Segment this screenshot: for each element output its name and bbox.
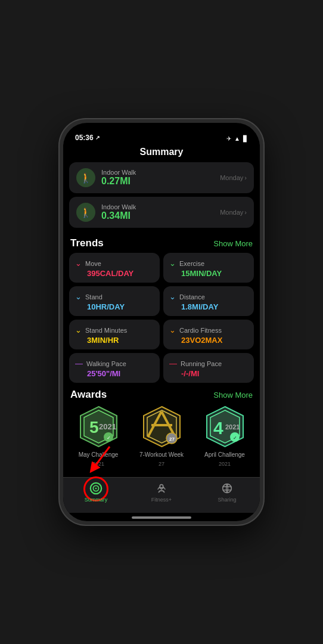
battery-icon: ▊ — [243, 135, 248, 142]
trend-cardio[interactable]: ⌄ Cardio Fitness 23VO2MAX — [163, 320, 254, 349]
svg-line-19 — [93, 447, 110, 469]
svg-point-23 — [160, 485, 163, 488]
trend-run-pace-label: Running Pace — [181, 360, 222, 367]
trend-distance-value: 1.8MI/DAY — [181, 302, 248, 311]
award-may-badge: 5 2021 ✓ — [76, 404, 121, 449]
location-icon: ↗ — [95, 135, 100, 141]
chevron-right-icon-1: › — [244, 174, 247, 181]
trend-distance-label: Distance — [179, 293, 205, 301]
svg-point-22 — [95, 488, 97, 490]
trend-exercise-label: Exercise — [179, 260, 204, 267]
tab-fitness-label: Fitness+ — [151, 497, 172, 503]
activity-day-2: Monday › — [220, 209, 247, 216]
svg-text:27: 27 — [169, 436, 175, 442]
phone-frame: 05:36 ↗ ✈ ▲ ▊ Summary 🚶 Indoor Walk 0.27… — [60, 119, 263, 525]
notch — [126, 123, 197, 137]
trend-run-pace[interactable]: — Running Pace -/-/MI — [163, 353, 254, 383]
activity-card-1[interactable]: 🚶 Indoor Walk 0.27MI Monday › — [69, 162, 254, 193]
main-content: Summary 🚶 Indoor Walk 0.27MI Monday › — [63, 144, 260, 477]
phone-screen: 05:36 ↗ ✈ ▲ ▊ Summary 🚶 Indoor Walk 0.27… — [63, 123, 260, 521]
svg-text:2021: 2021 — [99, 422, 116, 431]
trend-stand-min[interactable]: ⌄ Stand Minutes 3MIN/HR — [69, 320, 160, 349]
tab-sharing[interactable]: Sharing — [194, 481, 260, 503]
trend-stand-min-label: Stand Minutes — [85, 327, 127, 334]
trend-stand-icon: ⌄ — [75, 292, 82, 301]
award-april[interactable]: 4 2021 ✓ April Challenge 2021 — [200, 404, 250, 467]
walk-icon-2: 🚶 — [76, 203, 95, 222]
trend-cardio-label: Cardio Fitness — [179, 327, 222, 334]
trend-move[interactable]: ⌄ Move 395CAL/DAY — [69, 253, 160, 283]
award-workout[interactable]: 27 7-Workout Week 27 — [136, 404, 187, 467]
page-title: Summary — [63, 144, 260, 162]
trend-walk-pace[interactable]: — Walking Pace 25'50"/MI — [69, 353, 160, 383]
trends-header: Trends Show More — [63, 231, 260, 253]
chevron-right-icon-2: › — [244, 209, 247, 216]
activity-card-2[interactable]: 🚶 Indoor Walk 0.34MI Monday › — [69, 197, 254, 228]
trends-title: Trends — [70, 237, 104, 249]
activity-info-1: Indoor Walk 0.27MI — [101, 169, 136, 187]
trend-exercise-icon: ⌄ — [169, 259, 176, 268]
trend-cardio-icon: ⌄ — [169, 326, 176, 335]
trend-stand-min-value: 3MIN/HR — [87, 336, 154, 345]
activity-label-1: Indoor Walk — [101, 169, 136, 176]
walk-icon-1: 🚶 — [76, 168, 95, 187]
trend-distance-icon: ⌄ — [169, 292, 176, 301]
activity-info-2: Indoor Walk 0.34MI — [101, 203, 136, 221]
wifi-icon: ▲ — [234, 135, 240, 142]
award-april-badge: 4 2021 ✓ — [203, 404, 247, 449]
awards-header: Awards Show More — [63, 383, 260, 404]
time-display: 05:36 — [75, 134, 94, 142]
svg-text:✓: ✓ — [107, 435, 111, 441]
airplane-icon: ✈ — [226, 135, 231, 142]
awards-show-more[interactable]: Show More — [213, 391, 253, 400]
trends-show-more[interactable]: Show More — [213, 239, 253, 248]
tab-bar: Summary Fitness+ — [63, 477, 260, 513]
status-time: 05:36 ↗ — [75, 134, 100, 142]
trend-move-icon: ⌄ — [75, 259, 82, 268]
award-workout-name: 7-Workout Week — [139, 451, 184, 459]
svg-text:5: 5 — [89, 418, 99, 436]
trend-stand-value: 10HR/DAY — [87, 302, 154, 311]
tab-summary-label: Summary — [85, 497, 108, 503]
trend-run-pace-icon: — — [169, 359, 177, 368]
trends-grid: ⌄ Move 395CAL/DAY ⌄ Exercise 15MIN/DAY ⌄ — [69, 253, 254, 383]
trend-stand[interactable]: ⌄ Stand 10HR/DAY — [69, 286, 160, 316]
award-april-name: April Challenge — [204, 451, 245, 459]
trend-stand-min-icon: ⌄ — [75, 326, 82, 335]
tab-sharing-label: Sharing — [218, 497, 236, 503]
status-icons: ✈ ▲ ▊ — [226, 135, 248, 142]
trend-distance[interactable]: ⌄ Distance 1.8MI/DAY — [163, 286, 254, 316]
svg-text:✓: ✓ — [233, 435, 237, 441]
trend-stand-label: Stand — [85, 293, 103, 301]
trend-walk-pace-value: 25'50"/MI — [87, 369, 154, 378]
trend-run-pace-value: -/-/MI — [181, 369, 248, 378]
tab-fitness[interactable]: Fitness+ — [129, 481, 194, 503]
award-workout-badge: 27 — [139, 404, 184, 449]
trend-exercise-value: 15MIN/DAY — [181, 269, 248, 278]
home-indicator — [132, 516, 191, 519]
activity-left-1: 🚶 Indoor Walk 0.27MI — [76, 168, 136, 187]
activity-value-1: 0.27MI — [101, 176, 136, 187]
trend-move-value: 395CAL/DAY — [87, 269, 154, 278]
fitness-tab-icon — [154, 481, 169, 496]
award-workout-year: 27 — [159, 461, 164, 467]
activity-left-2: 🚶 Indoor Walk 0.34MI — [76, 203, 136, 222]
activity-day-1: Monday › — [220, 174, 247, 181]
trend-walk-pace-label: Walking Pace — [86, 360, 126, 367]
trend-walk-pace-icon: — — [75, 359, 83, 368]
trend-exercise[interactable]: ⌄ Exercise 15MIN/DAY — [163, 253, 254, 283]
svg-text:2021: 2021 — [225, 423, 240, 431]
sharing-tab-icon — [220, 481, 234, 496]
trend-cardio-value: 23VO2MAX — [181, 336, 248, 345]
trend-move-label: Move — [85, 260, 101, 267]
tab-summary[interactable]: Summary — [63, 481, 129, 503]
award-april-year: 2021 — [219, 461, 231, 467]
red-arrow — [86, 444, 116, 476]
summary-tab-icon — [89, 481, 103, 496]
svg-text:4: 4 — [213, 418, 223, 438]
activity-value-2: 0.34MI — [101, 210, 136, 221]
awards-title: Awards — [70, 389, 107, 401]
activity-label-2: Indoor Walk — [101, 203, 136, 210]
